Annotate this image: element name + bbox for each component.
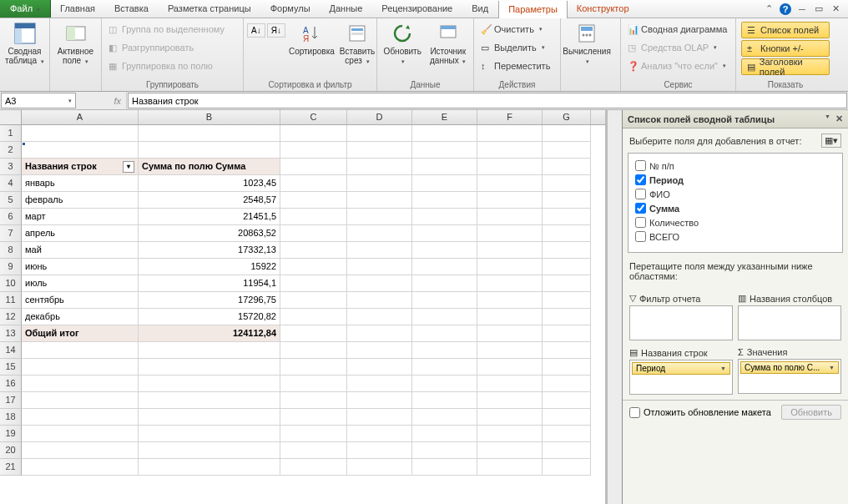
col-header[interactable]: C <box>280 110 347 124</box>
col-header[interactable]: E <box>412 110 477 124</box>
field-headers-button[interactable]: ▤Заголовки полей <box>741 58 830 75</box>
col-header[interactable]: A <box>22 110 139 124</box>
pane-close-icon[interactable]: ✕ <box>835 113 843 124</box>
tab-layout[interactable]: Разметка страницы <box>159 0 261 18</box>
pivot-row-label[interactable]: январь <box>22 175 139 192</box>
chip-sum[interactable]: Сумма по полю С...▼ <box>740 361 839 374</box>
field-item[interactable]: ВСЕГО <box>635 229 835 244</box>
pivot-row-label[interactable]: февраль <box>22 192 139 209</box>
tab-formulas[interactable]: Формулы <box>261 0 321 18</box>
refresh-button[interactable]: Обновить▾ <box>381 20 425 68</box>
pivot-row-label[interactable]: июнь <box>22 259 139 275</box>
field-item[interactable]: № п/п <box>635 159 835 173</box>
row-header[interactable]: 8 <box>0 242 22 259</box>
pivot-total-value[interactable]: 124112,84 <box>139 325 280 342</box>
row-header[interactable]: 11 <box>0 292 22 309</box>
tab-file[interactable]: Файл ▾ <box>0 0 51 18</box>
plusminus-button[interactable]: ±Кнопки +/- <box>741 40 830 57</box>
vertical-scrollbar[interactable] <box>607 110 622 504</box>
col-header[interactable]: B <box>139 110 280 124</box>
field-checkbox[interactable] <box>635 189 646 199</box>
pivot-row-value[interactable]: 17332,13 <box>139 242 280 259</box>
area-cols-box[interactable] <box>738 305 841 340</box>
sort-asc-icon[interactable]: А↓ <box>247 23 265 38</box>
data-source-button[interactable]: Источникданных ▾ <box>427 20 471 68</box>
pivot-chart-button[interactable]: 📊Сводная диаграмма <box>624 20 730 38</box>
row-header[interactable]: 3 <box>0 159 22 175</box>
field-item[interactable]: Количество <box>635 215 835 229</box>
pivot-row-value[interactable]: 15720,82 <box>139 309 280 325</box>
layout-options-icon[interactable]: ▦▾ <box>821 134 841 148</box>
row-header[interactable]: 17 <box>0 392 22 409</box>
pivot-row-label[interactable]: сентябрь <box>22 292 139 309</box>
row-header[interactable]: 7 <box>0 225 22 242</box>
window-min-icon[interactable]: ─ <box>796 3 808 15</box>
row-header[interactable]: 14 <box>0 342 22 359</box>
fx-icon[interactable]: fx <box>114 96 121 106</box>
worksheet[interactable]: A B C D E F G 123Названия строк▾Сумма по… <box>0 110 607 504</box>
select-button[interactable]: ▭Выделить▾ <box>477 38 553 57</box>
field-item[interactable]: ФИО <box>635 187 835 201</box>
tab-design[interactable]: Конструктор <box>568 0 639 18</box>
sort-desc-icon[interactable]: Я↓ <box>267 23 285 38</box>
row-filter-dropdown[interactable]: ▾ <box>123 161 134 173</box>
pivot-row-value[interactable]: 1023,45 <box>139 175 280 192</box>
row-header[interactable]: 16 <box>0 375 22 392</box>
move-button[interactable]: ↕Переместить <box>477 57 553 75</box>
clear-button[interactable]: 🧹Очистить▾ <box>477 20 553 38</box>
col-header[interactable]: G <box>543 110 591 124</box>
field-checkbox[interactable] <box>635 174 646 185</box>
area-vals-box[interactable]: Сумма по полю С...▼ <box>738 359 841 394</box>
help-icon[interactable]: ? <box>780 3 791 15</box>
tab-insert[interactable]: Вставка <box>105 0 159 18</box>
chip-period[interactable]: Период▼ <box>632 362 730 375</box>
pivot-row-value[interactable]: 21451,5 <box>139 209 280 225</box>
sort-button[interactable]: АЯ Сортировка <box>287 20 336 58</box>
formula-input[interactable]: Названия строк <box>128 93 847 108</box>
name-box[interactable]: A3▾ <box>1 93 76 108</box>
field-checkbox[interactable] <box>635 203 646 214</box>
row-header[interactable]: 2 <box>0 142 22 159</box>
row-header[interactable]: 4 <box>0 175 22 192</box>
row-header[interactable]: 13 <box>0 325 22 342</box>
pivot-row-label[interactable]: июль <box>22 275 139 292</box>
field-item[interactable]: Период <box>635 173 835 187</box>
row-header[interactable]: 6 <box>0 209 22 225</box>
field-checkbox[interactable] <box>635 217 646 228</box>
field-list-button[interactable]: ☰Список полей <box>741 22 830 38</box>
col-header[interactable]: D <box>347 110 412 124</box>
row-header[interactable]: 9 <box>0 259 22 275</box>
defer-update-checkbox[interactable]: Отложить обновление макета <box>629 407 771 418</box>
pivot-row-value[interactable]: 15922 <box>139 259 280 275</box>
pivot-row-value[interactable]: 17296,75 <box>139 292 280 309</box>
pivot-row-label[interactable]: апрель <box>22 225 139 242</box>
pivot-row-label[interactable]: декабрь <box>22 309 139 325</box>
minimize-ribbon-icon[interactable]: ⌃ <box>763 3 775 15</box>
pivot-row-value[interactable]: 20863,52 <box>139 225 280 242</box>
pane-menu-icon[interactable]: ▼ <box>825 113 830 124</box>
window-restore-icon[interactable]: ▭ <box>813 3 825 15</box>
row-header[interactable]: 12 <box>0 309 22 325</box>
row-header[interactable]: 1 <box>0 125 22 142</box>
area-filter-box[interactable] <box>629 305 733 340</box>
tab-review[interactable]: Рецензирование <box>372 0 462 18</box>
tab-data[interactable]: Данные <box>321 0 373 18</box>
row-header[interactable]: 18 <box>0 409 22 426</box>
pivot-table-button[interactable]: Своднаятаблица ▾ <box>3 20 46 68</box>
calculations-button[interactable]: Вычисления▾ <box>564 20 609 68</box>
row-header[interactable]: 10 <box>0 275 22 292</box>
row-header[interactable]: 5 <box>0 192 22 209</box>
tab-options[interactable]: Параметры <box>498 1 568 18</box>
tab-home[interactable]: Главная <box>51 0 105 18</box>
field-item[interactable]: Сумма <box>635 201 835 215</box>
row-header[interactable]: 15 <box>0 359 22 375</box>
active-field-button[interactable]: Активноеполе ▾ <box>53 20 98 68</box>
area-rows-box[interactable]: Период▼ <box>629 360 733 395</box>
update-button[interactable]: Обновить <box>781 405 841 420</box>
window-close-icon[interactable]: ✕ <box>830 3 841 15</box>
select-all-corner[interactable] <box>0 110 22 124</box>
row-header[interactable]: 21 <box>0 459 22 476</box>
col-header[interactable]: F <box>477 110 543 124</box>
pivot-row-value[interactable]: 11954,1 <box>139 275 280 292</box>
pivot-row-label[interactable]: март <box>22 209 139 225</box>
